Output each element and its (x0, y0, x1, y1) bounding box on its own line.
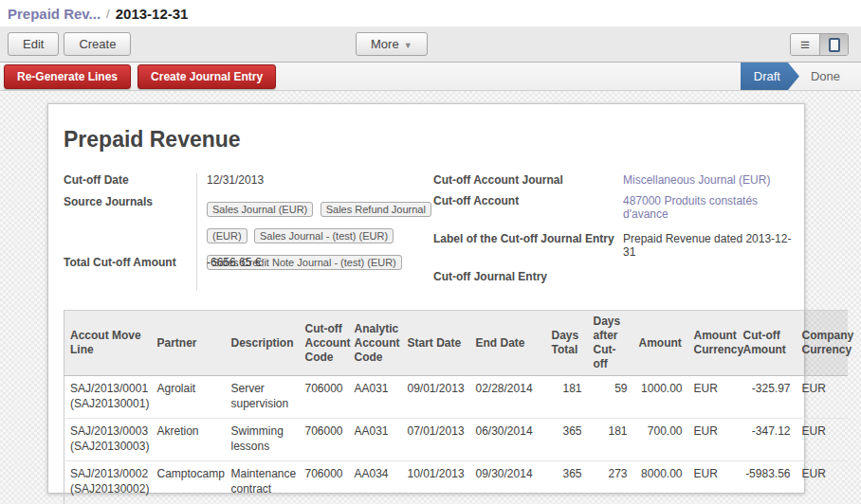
form-view-button[interactable] (819, 34, 848, 55)
table-cell: EUR (688, 376, 738, 419)
table-cell: 8000.00 (633, 461, 688, 504)
table-cell: Akretion (152, 419, 226, 461)
column-header[interactable]: End Date (470, 311, 546, 376)
table-cell: 706000 (300, 461, 349, 504)
table-cell: 1000.00 (633, 376, 688, 419)
table-cell: SAJ/2013/0003 (SAJ20130003) (64, 419, 152, 461)
table-cell: 06/30/2014 (470, 419, 546, 461)
breadcrumb-parent-link[interactable]: Prepaid Rev... (8, 6, 101, 22)
column-header[interactable]: Days after Cut-off (588, 311, 633, 376)
table-cell: -325.97 (738, 376, 797, 419)
cutoff-lines-table: Accout Move LinePartnerDescriptionCut-of… (64, 310, 848, 504)
breadcrumb-separator: / (106, 7, 110, 21)
breadcrumb: Prepaid Rev... / 2013-12-31 (0, 0, 861, 27)
table-cell: 181 (546, 376, 588, 419)
form-icon (829, 38, 840, 52)
table-cell: 02/28/2014 (470, 376, 546, 419)
table-cell: 10/01/2013 (402, 461, 470, 504)
table-cell: 181 (588, 419, 633, 461)
journal-tag: Sales Journal - (test) (EUR) (254, 228, 394, 243)
column-header[interactable]: Analytic Account Code (349, 311, 402, 376)
cutoff-journal-entry-label: Cut-off Journal Entry (433, 270, 623, 291)
column-header[interactable]: Description (226, 311, 300, 376)
column-header[interactable]: Partner (152, 311, 226, 376)
chevron-down-icon: ▼ (404, 41, 412, 50)
form-group-left: Cut-off Date Source Journals Total Cut-o… (64, 173, 433, 291)
stage-draft: Draft (741, 63, 799, 90)
column-header[interactable]: Accout Move Line (64, 311, 152, 376)
list-view-button[interactable]: ≡ (791, 34, 819, 55)
create-journal-entry-button[interactable]: Create Journal Entry (137, 64, 276, 89)
form-group-right: Cut-off Account Journal Cut-off Account … (433, 173, 798, 291)
table-cell: Server supervision (226, 376, 300, 419)
breadcrumb-current: 2013-12-31 (116, 6, 189, 22)
cutoff-journal-entry-value (623, 270, 798, 291)
cutoff-date-label: Cut-off Date (64, 173, 196, 195)
table-cell: 700.00 (633, 419, 688, 461)
total-cutoff-amount-value: -6656.65 € (207, 256, 433, 280)
entry-label-label: Label of the Cut-off Journal Entry (433, 232, 623, 270)
column-header[interactable]: Amount (633, 311, 688, 376)
table-cell: 09/30/2014 (470, 461, 546, 504)
table-cell: SAJ/2013/0001 (SAJ20130001) (64, 376, 152, 419)
table-cell: 07/01/2013 (402, 419, 470, 461)
entry-label-value: Prepaid Revenue dated 2013-12-31 (623, 232, 798, 270)
column-header[interactable]: Company Currency (797, 311, 848, 376)
table-cell: EUR (688, 419, 738, 461)
table-cell: 59 (588, 376, 633, 419)
source-journals-label: Source Journals (64, 195, 196, 256)
table-cell: Swimming lessons (226, 419, 300, 461)
table-cell: AA031 (349, 376, 402, 419)
table-cell: -5983.56 (738, 461, 797, 504)
column-header[interactable]: Amount Currency (688, 311, 738, 376)
cutoff-account-journal-label: Cut-off Account Journal (433, 173, 623, 194)
cutoff-lines-section: Accout Move LinePartnerDescriptionCut-of… (64, 310, 789, 504)
page-title: Prepaid Revenue (64, 127, 789, 153)
table-cell: EUR (688, 461, 738, 504)
column-header[interactable]: Start Date (402, 311, 470, 376)
table-cell: AA031 (349, 419, 402, 461)
table-cell: Maintenance contract (226, 461, 300, 504)
cutoff-date-value: 12/31/2013 (207, 173, 433, 195)
table-cell: Agrolait (152, 376, 226, 419)
main-content: Prepaid Revenue Cut-off Date Source Jour… (0, 91, 861, 504)
cutoff-account-journal-link[interactable]: Miscellaneous Journal (EUR) (623, 173, 798, 194)
more-button[interactable]: More▼ (356, 32, 428, 56)
journal-tag: Sales Journal (EUR) (207, 202, 313, 217)
table-cell: -347.12 (738, 419, 797, 461)
table-cell: AA034 (349, 461, 402, 504)
column-header[interactable]: Days Total (546, 311, 588, 376)
table-row[interactable]: SAJ/2013/0001 (SAJ20130001)AgrolaitServe… (64, 376, 848, 419)
column-header[interactable]: Cut-off Account Code (300, 311, 349, 376)
table-cell: 273 (588, 461, 633, 504)
status-bar: Re-Generate Lines Create Journal Entry D… (0, 63, 861, 91)
table-cell: 706000 (300, 376, 349, 419)
table-cell: EUR (797, 419, 848, 461)
more-button-label: More (371, 37, 399, 51)
table-row[interactable]: SAJ/2013/0002 (SAJ20130002)CamptocampMai… (64, 461, 848, 504)
view-switcher: ≡ (790, 33, 849, 56)
table-cell: 706000 (300, 419, 349, 461)
table-cell: 09/01/2013 (402, 376, 470, 419)
stage-done: Done (799, 63, 852, 90)
action-toolbar: Edit Create More▼ ≡ (0, 27, 861, 63)
create-button[interactable]: Create (64, 32, 131, 56)
table-cell: SAJ/2013/0002 (SAJ20130002) (64, 461, 152, 504)
list-icon: ≡ (800, 37, 810, 53)
table-cell: 365 (546, 461, 588, 504)
table-row[interactable]: SAJ/2013/0003 (SAJ20130003)AkretionSwimm… (64, 419, 848, 461)
table-cell: EUR (797, 461, 848, 504)
cutoff-account-link[interactable]: 487000 Produits constatés d'avance (623, 194, 798, 232)
cutoff-account-label: Cut-off Account (433, 194, 623, 232)
table-cell: EUR (797, 376, 848, 419)
table-header-row: Accout Move LinePartnerDescriptionCut-of… (64, 311, 848, 376)
table-cell: 365 (546, 419, 588, 461)
statusbar-stages: Draft Done (741, 63, 852, 90)
edit-button[interactable]: Edit (8, 32, 59, 56)
form-sheet: Prepaid Revenue Cut-off Date Source Jour… (47, 103, 805, 494)
total-cutoff-amount-label: Total Cut-off Amount (64, 256, 196, 280)
table-cell: Camptocamp (152, 461, 226, 504)
regenerate-lines-button[interactable]: Re-Generate Lines (4, 64, 131, 89)
column-header[interactable]: Cut-off Amount (738, 311, 797, 376)
